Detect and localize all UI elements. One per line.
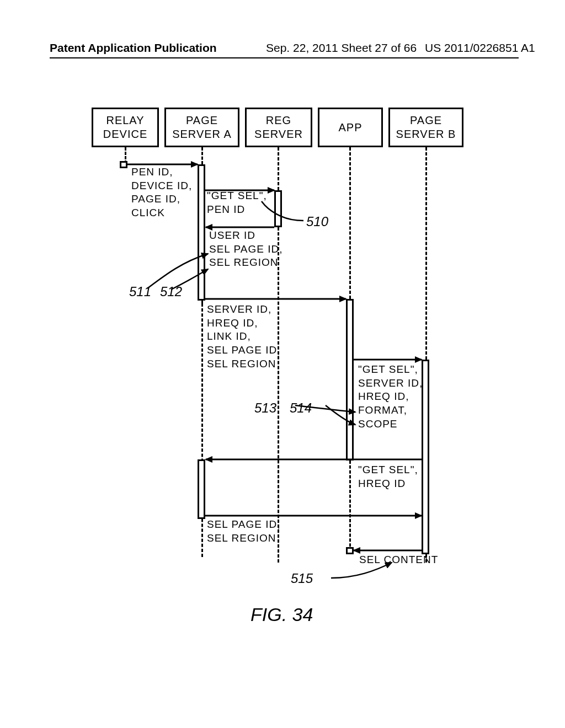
lifeline-pageA-3 [201,303,203,557]
header-date-sheet: Sep. 22, 2011 Sheet 27 of 66 [266,41,417,55]
ref-510: 510 [306,214,328,229]
activation-pageA-2 [198,459,205,519]
msg-pageB-to-pageA: "GET SEL", HREQ ID [358,463,418,490]
activation-app-end [346,547,354,554]
msg-pageA-to-app: SERVER ID, HREQ ID, LINK ID, SEL PAGE ID… [207,303,280,371]
ref-515: 515 [291,571,313,586]
lifeline-reg-2 [278,227,279,563]
activation-reg [274,190,282,227]
header-rule [50,57,519,58]
msg-reg-to-pageA: USER ID SEL PAGE ID, SEL REGION [209,229,282,270]
activation-pageA-1 [198,164,205,301]
ref-512: 512 [160,284,182,299]
activation-relay [120,161,127,168]
lifeline-app-1 [349,147,351,299]
msg-pageA-to-pageB: SEL PAGE ID, SEL REGION [207,518,280,545]
msg-pageB-to-app: SEL CONTENT [359,553,438,567]
participant-page-server-b: PAGE SERVER B [388,108,463,147]
ref-514: 514 [290,400,312,416]
lifeline-pageA-1 [201,147,203,164]
header-pub-number: US 2011/0226851 A1 [425,41,535,55]
participant-reg-server: REG SERVER [245,108,312,147]
lifeline-reg-1 [278,147,279,190]
page: Patent Application Publication Sep. 22, … [0,0,565,728]
participant-relay-device: RELAY DEVICE [92,108,159,147]
ref-513: 513 [254,400,276,416]
participant-app: APP [318,108,383,147]
activation-app [346,299,354,461]
figure-caption: FIG. 34 [250,604,313,625]
header-publication-type: Patent Application Publication [50,41,217,55]
msg-relay-to-pageA: PEN ID, DEVICE ID, PAGE ID, CLICK [131,165,192,220]
msg-pageA-to-reg: "GET SEL", PEN ID [207,189,267,216]
lifeline-app-2 [349,461,351,552]
participant-page-server-a: PAGE SERVER A [164,108,239,147]
msg-app-to-pageB: "GET SEL", SERVER ID, HREQ ID, FORMAT, S… [358,363,423,431]
ref-511: 511 [129,284,151,299]
lifeline-pageB-1 [425,147,427,360]
